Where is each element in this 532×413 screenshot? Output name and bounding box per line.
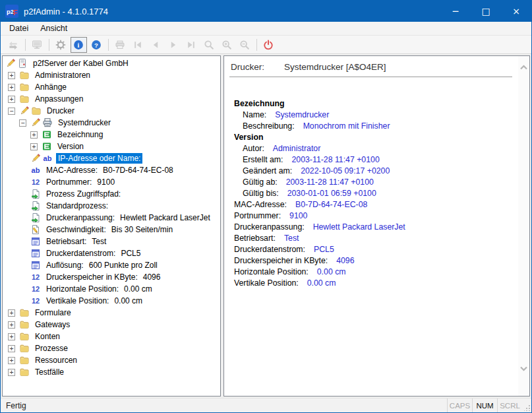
expand-icon[interactable]: + — [8, 321, 15, 329]
tree-item[interactable]: abIP-Adresse oder Name: — [3, 152, 220, 164]
field-value: 2022-10-05 09:17 +0200 — [301, 166, 390, 175]
tree-item-label: Testfälle — [33, 367, 66, 377]
folder-icon — [19, 367, 30, 377]
field-label: Beschreibung: — [243, 121, 295, 131]
tree-item[interactable]: +Ressourcen — [3, 354, 220, 366]
collapse-icon[interactable]: − — [19, 119, 26, 127]
tree-item[interactable]: Auflösung:600 Punkte pro Zoll — [3, 259, 220, 271]
status-message: Fertig — [1, 401, 26, 410]
server-icon — [17, 58, 28, 69]
maximize-button[interactable]: □ — [471, 1, 501, 22]
svg-text:i: i — [77, 41, 79, 48]
pencil-icon — [5, 58, 16, 69]
scroll-up-button[interactable] — [519, 63, 529, 73]
printer-icon — [115, 40, 125, 50]
detail-group-header: Version — [234, 131, 529, 143]
gear-button[interactable] — [53, 37, 69, 53]
tree-item[interactable]: +Administratoren — [3, 69, 220, 81]
field-value: Monochrom mit Finisher — [303, 121, 390, 131]
detail-field: Gültig bis:2030-01-01 06:59 +0100 — [234, 187, 529, 199]
pencil-icon — [30, 153, 41, 164]
tree-item[interactable]: +Version — [3, 141, 220, 152]
help-button[interactable]: ? — [88, 37, 105, 53]
info-button[interactable]: i — [71, 37, 87, 53]
tree-item[interactable]: Standardprozess: — [3, 200, 220, 212]
next-record-button — [165, 37, 182, 53]
expand-icon[interactable]: + — [8, 84, 15, 91]
maximize-icon: □ — [481, 6, 490, 16]
chevron-up-icon — [519, 63, 529, 73]
expand-icon[interactable]: + — [8, 309, 15, 317]
detail-scrollbar[interactable] — [518, 56, 529, 396]
tree-item[interactable]: +Konten — [3, 331, 220, 342]
tree-item[interactable]: +Formulare — [3, 307, 220, 319]
tree-item-label: p2fServer der Kabel GmbH — [31, 58, 131, 69]
scroll-down-button[interactable] — [519, 364, 529, 373]
tree-item[interactable]: 12Portnummer:9100 — [3, 176, 220, 188]
tree-item[interactable]: +Bezeichnung — [3, 129, 220, 141]
tree-item[interactable]: +Testfälle — [3, 366, 220, 378]
tree-item[interactable]: Betriebsart:Test — [3, 236, 220, 247]
menu-item-ansicht[interactable]: Ansicht — [34, 22, 73, 34]
status-indicators: CAPSNUMSCRL — [447, 398, 522, 412]
field-label: Erstellt am: — [243, 155, 283, 164]
zoom-out-button — [237, 37, 253, 53]
tree-item[interactable]: Druckerdatenstrom:PCL5 — [3, 247, 220, 259]
detail-header: Drucker: Systemdrucker [A$O4ER] — [224, 56, 529, 76]
tree-item-value: PCL5 — [121, 249, 140, 258]
doc-arrow-icon — [30, 212, 41, 223]
folder-icon — [19, 94, 30, 104]
number-icon: 12 — [30, 272, 41, 282]
tree-item-label: Formulare — [33, 307, 73, 318]
expand-icon[interactable]: + — [8, 96, 15, 103]
expand-icon[interactable]: + — [8, 369, 15, 376]
tree-item[interactable]: −Systemdrucker — [3, 117, 220, 129]
tree-item-label: Gateways — [33, 319, 72, 330]
next-record-icon — [168, 40, 179, 50]
printer-button — [112, 37, 129, 53]
field-label: Vertikale Position: — [234, 278, 299, 288]
field-value: Systemdrucker — [275, 110, 329, 119]
tree-item[interactable]: 12Vertikale Position:0.00 cm — [3, 295, 220, 307]
tree-item[interactable]: −Drucker — [3, 105, 220, 117]
zoom-in-button — [219, 37, 235, 53]
tree-item[interactable]: +Gateways — [3, 319, 220, 331]
tree-item[interactable]: 12Druckerspeicher in KByte:4096 — [3, 271, 220, 283]
tree-item[interactable]: +Prozesse — [3, 342, 220, 354]
resize-grip-icon[interactable] — [522, 398, 531, 412]
expand-icon[interactable]: + — [30, 143, 38, 150]
element-icon — [42, 129, 52, 140]
field-value: Hewlett Packard LaserJet — [313, 222, 405, 232]
collapse-icon[interactable]: − — [8, 108, 15, 115]
close-button[interactable]: × — [501, 1, 531, 22]
element-icon — [42, 141, 52, 152]
tree-item[interactable]: Prozess Zugriffspfad: — [3, 188, 220, 200]
tree-item[interactable]: +Anpassungen — [3, 93, 220, 105]
tree-item-value: Bis 30 Seiten/min — [111, 225, 173, 234]
tree-item[interactable]: +Anhänge — [3, 81, 220, 93]
expand-icon[interactable]: + — [8, 72, 15, 79]
minimize-button[interactable]: ─ — [440, 1, 471, 22]
detail-panel: Drucker: Systemdrucker [A$O4ER] Bezeichn… — [223, 55, 530, 397]
folder-icon — [19, 70, 30, 80]
expand-icon[interactable]: + — [8, 333, 15, 340]
tree-item[interactable]: Druckeranpassung:Hewlett Packard LaserJe… — [3, 212, 220, 224]
power-icon — [263, 40, 274, 50]
tree-item[interactable]: Geschwindigkeit:Bis 30 Seiten/min — [3, 224, 220, 236]
tree-item[interactable]: p2fServer der Kabel GmbH — [3, 57, 220, 69]
expand-icon[interactable]: + — [30, 131, 38, 139]
gear-icon — [55, 40, 66, 50]
expand-icon[interactable]: + — [8, 357, 15, 364]
expand-icon[interactable]: + — [8, 345, 15, 352]
menu-item-datei[interactable]: Datei — [3, 22, 34, 34]
folder-icon — [31, 106, 42, 116]
field-label: MAC-Adresse: — [234, 200, 287, 209]
tree-item[interactable]: 12Horizontale Position:0.00 cm — [3, 283, 220, 295]
detail-field: Druckerspeicher in KByte:4096 — [234, 255, 529, 266]
field-value: Test — [284, 234, 299, 243]
svg-text:12: 12 — [32, 178, 40, 186]
tree-item[interactable]: abMAC-Adresse:B0-7D-64-74-EC-08 — [3, 164, 220, 176]
ab-icon: ab — [30, 165, 41, 175]
power-button[interactable] — [260, 37, 277, 53]
field-label: Name: — [243, 110, 266, 119]
